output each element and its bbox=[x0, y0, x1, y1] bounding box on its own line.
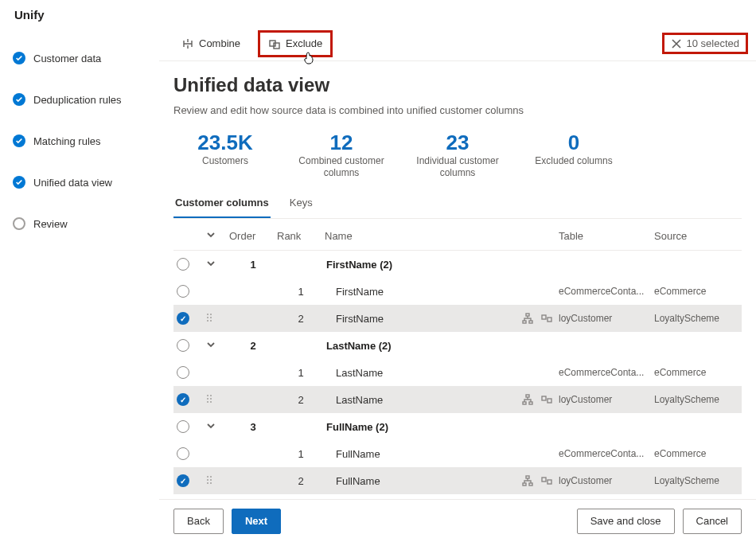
step-customer-data[interactable]: Customer data bbox=[0, 37, 159, 79]
row-select-radio[interactable] bbox=[177, 447, 189, 460]
table-row[interactable]: 1FirstNameeCommerceConta...eCommerce bbox=[173, 278, 742, 305]
drag-handle-icon[interactable] bbox=[205, 393, 229, 407]
chevron-down-icon[interactable] bbox=[205, 339, 229, 353]
row-action-icons bbox=[511, 475, 559, 486]
next-button[interactable]: Next bbox=[232, 509, 281, 534]
svg-rect-21 bbox=[529, 402, 532, 404]
cancel-button[interactable]: Cancel bbox=[683, 509, 742, 534]
close-icon[interactable] bbox=[671, 38, 682, 49]
table-row[interactable]: 2LastNameloyCustomerLoyaltyScheme bbox=[173, 386, 742, 413]
row-select-radio[interactable] bbox=[177, 339, 189, 352]
hierarchy-icon bbox=[522, 394, 533, 405]
row-name: LastName bbox=[325, 367, 511, 379]
chevron-down-icon[interactable] bbox=[205, 229, 229, 243]
row-source: LoyaltyScheme bbox=[654, 313, 742, 324]
step-unified-view[interactable]: Unified data view bbox=[0, 162, 159, 203]
row-action-icons bbox=[511, 313, 559, 324]
svg-point-6 bbox=[207, 320, 208, 322]
svg-point-24 bbox=[207, 476, 208, 478]
row-source: LoyaltyScheme bbox=[654, 394, 742, 405]
combine-button[interactable]: Combine bbox=[173, 33, 248, 55]
table-row[interactable]: 3FullName (2) bbox=[173, 413, 742, 440]
selection-count[interactable]: 10 selected bbox=[662, 33, 749, 54]
row-rank: 1 bbox=[277, 448, 325, 460]
stat-value: 0 bbox=[522, 131, 625, 155]
step-dedup-rules[interactable]: Deduplication rules bbox=[0, 79, 159, 120]
table-row[interactable]: 4EMail (2) bbox=[173, 494, 742, 499]
check-icon bbox=[13, 52, 25, 64]
svg-point-29 bbox=[210, 482, 212, 484]
step-label: Deduplication rules bbox=[33, 94, 122, 106]
row-rank: 2 bbox=[277, 313, 325, 325]
back-button[interactable]: Back bbox=[173, 509, 224, 534]
page-title: Unified data view bbox=[173, 74, 742, 96]
table-row[interactable]: 2LastName (2) bbox=[173, 332, 742, 359]
row-order: 2 bbox=[229, 340, 277, 352]
row-select-radio[interactable] bbox=[177, 366, 189, 379]
col-order[interactable]: Order bbox=[229, 230, 277, 242]
row-select-radio[interactable] bbox=[177, 474, 189, 487]
page-subtitle: Review and edit how source data is combi… bbox=[173, 104, 742, 116]
app-title: Unify bbox=[0, 0, 756, 26]
stat-label: Customers bbox=[173, 155, 277, 167]
table-row[interactable]: 1FullNameeCommerceConta...eCommerce bbox=[173, 440, 742, 467]
svg-point-2 bbox=[207, 314, 208, 315]
tab-keys[interactable]: Keys bbox=[288, 190, 314, 218]
col-name[interactable]: Name bbox=[325, 230, 511, 242]
step-review[interactable]: Review bbox=[0, 203, 159, 244]
content-scroll[interactable]: Unified data view Review and edit how so… bbox=[159, 61, 756, 499]
row-rank: 2 bbox=[277, 394, 325, 406]
svg-rect-10 bbox=[529, 321, 532, 323]
svg-point-13 bbox=[207, 395, 208, 396]
row-table: eCommerceConta... bbox=[559, 448, 654, 459]
save-close-button[interactable]: Save and close bbox=[577, 509, 675, 534]
svg-rect-23 bbox=[548, 399, 551, 403]
svg-rect-32 bbox=[529, 483, 532, 485]
svg-point-4 bbox=[207, 317, 208, 318]
svg-rect-9 bbox=[523, 321, 526, 323]
col-rank[interactable]: Rank bbox=[277, 230, 325, 242]
check-icon bbox=[13, 93, 25, 106]
stat-individual: 23 Individual customer columns bbox=[406, 131, 509, 179]
step-matching-rules[interactable]: Matching rules bbox=[0, 120, 159, 162]
row-source: eCommerce bbox=[654, 448, 742, 459]
separate-icon bbox=[541, 313, 552, 324]
stats-row: 23.5K Customers 12 Combined customer col… bbox=[173, 131, 742, 179]
stat-label: Excluded columns bbox=[522, 155, 625, 167]
row-table: loyCustomer bbox=[559, 475, 654, 486]
check-icon bbox=[13, 176, 25, 189]
svg-rect-11 bbox=[542, 315, 546, 319]
table-row[interactable]: 1FirstName (2) bbox=[173, 251, 742, 278]
col-table[interactable]: Table bbox=[559, 230, 654, 242]
row-order: 1 bbox=[229, 259, 277, 271]
row-select-radio[interactable] bbox=[177, 312, 189, 325]
chevron-down-icon[interactable] bbox=[205, 258, 229, 271]
step-label: Customer data bbox=[33, 53, 101, 64]
row-select-radio[interactable] bbox=[177, 258, 189, 271]
row-name: FullName bbox=[325, 475, 511, 487]
table-row[interactable]: 2FullNameloyCustomerLoyaltyScheme bbox=[173, 467, 742, 494]
table-row[interactable]: 1LastNameeCommerceConta...eCommerce bbox=[173, 359, 742, 386]
row-table: eCommerceConta... bbox=[559, 367, 654, 378]
row-select-radio[interactable] bbox=[177, 420, 189, 433]
svg-point-26 bbox=[207, 479, 208, 481]
check-icon bbox=[13, 135, 25, 147]
svg-point-27 bbox=[210, 479, 212, 481]
col-source[interactable]: Source bbox=[654, 230, 742, 242]
svg-point-28 bbox=[207, 482, 208, 484]
drag-handle-icon[interactable] bbox=[205, 312, 229, 326]
stat-value: 23 bbox=[406, 131, 509, 155]
drag-handle-icon[interactable] bbox=[205, 474, 229, 488]
exclude-button[interactable]: Exclude bbox=[260, 33, 330, 55]
row-rank: 1 bbox=[277, 286, 325, 298]
stat-combined: 12 Combined customer columns bbox=[290, 131, 393, 179]
row-name: FirstName bbox=[325, 313, 511, 325]
chevron-down-icon[interactable] bbox=[205, 420, 229, 434]
row-select-radio[interactable] bbox=[177, 393, 189, 406]
table-row[interactable]: 2FirstNameloyCustomerLoyaltyScheme bbox=[173, 305, 742, 332]
steps-sidebar: Customer data Deduplication rules Matchi… bbox=[0, 26, 159, 542]
row-select-radio[interactable] bbox=[177, 285, 189, 298]
row-source: eCommerce bbox=[654, 286, 742, 297]
tab-customer-columns[interactable]: Customer columns bbox=[173, 190, 271, 218]
row-source: eCommerce bbox=[654, 367, 742, 378]
